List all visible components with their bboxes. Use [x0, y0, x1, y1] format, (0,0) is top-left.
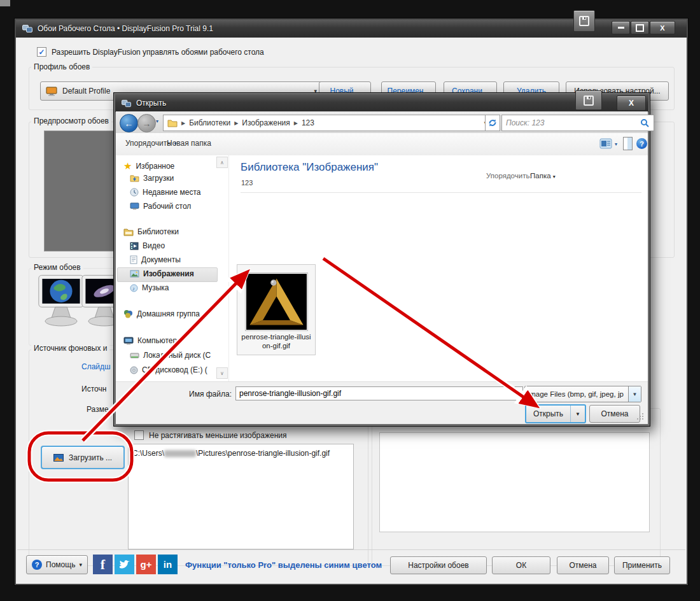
sidebar-item-favorites[interactable]: ★ Избранное: [123, 160, 174, 172]
sidebar-scroll-up[interactable]: ∧: [216, 157, 228, 168]
file-thumbnail: [246, 273, 307, 330]
cd-drive-label: CD-дисковод (E:) (: [142, 365, 207, 374]
mode-group-label: Режим обоев: [31, 263, 83, 272]
documents-label: Документы: [141, 255, 181, 264]
facebook-glyph: f: [101, 556, 105, 573]
views-icon[interactable]: [599, 138, 612, 149]
arrange-dropdown[interactable]: Папка ▾: [530, 172, 556, 180]
disk-icon: [130, 352, 139, 359]
address-bar[interactable]: ▶ Библиотеки ▶ Изображения ▶ 123 ▼: [163, 115, 493, 131]
help-caret-icon: ▾: [79, 562, 82, 568]
maximize-button[interactable]: [631, 21, 649, 34]
open-label: Открыть: [533, 409, 563, 418]
cd-icon: [130, 366, 138, 374]
sidebar-item-documents[interactable]: Документы: [130, 255, 181, 264]
computer-label: Компьютер: [137, 336, 177, 345]
dialog-title: Открыть: [136, 99, 166, 108]
slideshow-link[interactable]: Слайдш: [81, 362, 111, 371]
sidebar-item-libraries[interactable]: Библиотеки: [123, 227, 179, 236]
homegroup-icon: [123, 309, 133, 318]
scroll-down-icon: ∨: [220, 371, 224, 376]
open-file-dialog: Открыть X ← → ▾ ▶ Библиотеки ▶ Изображен…: [113, 92, 650, 427]
dialog-close-button[interactable]: X: [617, 95, 646, 111]
no-stretch-label: Не растягивать меньшие изображения: [149, 431, 286, 440]
search-icon[interactable]: [640, 118, 650, 128]
floppy-icon: [579, 16, 589, 26]
path-after: \Pictures\penrose-triangle-illusion-gif.…: [196, 449, 330, 458]
sidebar-item-music[interactable]: ♪ Музыка: [130, 283, 169, 292]
preview-pane-icon[interactable]: [623, 137, 633, 150]
views-caret-icon[interactable]: ▾: [615, 141, 617, 147]
help-button[interactable]: ? Помощь ▾: [26, 555, 88, 574]
refresh-button[interactable]: [485, 115, 500, 131]
arrange-label: Упорядочить:: [486, 172, 532, 180]
cancel-button[interactable]: Отмена: [557, 556, 609, 574]
sidebar-item-homegroup[interactable]: Домашняя группа: [123, 309, 200, 318]
apply-button[interactable]: Применить: [614, 556, 670, 574]
wallpaper-settings-button[interactable]: Настройки обоев: [390, 556, 487, 574]
minimize-button[interactable]: [612, 21, 630, 34]
filename-label: Имя файла:: [162, 390, 232, 399]
downloads-icon: [130, 174, 139, 182]
minimize-icon: [618, 27, 624, 29]
open-button[interactable]: Открыть: [526, 406, 570, 422]
favorites-label: Избранное: [136, 162, 174, 171]
dialog-help-icon[interactable]: ?: [636, 138, 647, 149]
no-stretch-checkbox[interactable]: [134, 430, 144, 440]
wallpaper-path-list[interactable]: C:\Users\\Pictures\penrose-triangle-illu…: [128, 444, 354, 549]
sidebar-item-cd-drive[interactable]: CD-дисковод (E:) (: [130, 365, 207, 374]
sidebar-item-recent[interactable]: Недавние места: [130, 188, 200, 197]
sidebar-item-desktop[interactable]: Рабочий стол: [130, 202, 191, 211]
library-subheader: 123: [241, 179, 253, 187]
right-empty-list[interactable]: [379, 432, 650, 532]
videos-label: Видео: [143, 241, 165, 250]
forward-icon: →: [143, 118, 151, 129]
dialog-titlebar[interactable]: Открыть: [115, 94, 648, 112]
source-label: Источн: [81, 385, 106, 393]
screenshot-stage: Обои Рабочего Стола • DisplayFusion Pro …: [0, 0, 700, 601]
filetype-caret-button[interactable]: ▼: [628, 386, 641, 402]
load-wallpaper-button[interactable]: Загрузить ...: [41, 446, 124, 469]
ok-button[interactable]: ОК: [492, 556, 550, 574]
music-icon: ♪: [130, 284, 138, 292]
overlay-save-button[interactable]: [573, 10, 595, 32]
breadcrumb-123[interactable]: 123: [302, 118, 314, 127]
resize-grip[interactable]: [636, 413, 644, 420]
close-button[interactable]: X: [650, 21, 675, 34]
sidebar-separator: [228, 155, 229, 381]
facebook-icon[interactable]: f: [93, 555, 113, 574]
enable-label: Разрешить DisplayFusion управлять обоями…: [52, 48, 264, 57]
filetype-dropdown[interactable]: Image Files (bmp, gif, jpeg, jp ▼: [524, 386, 641, 402]
sidebar-item-pictures[interactable]: Изображения: [130, 269, 194, 278]
sidebar-item-computer[interactable]: Компьютер: [123, 336, 177, 345]
history-caret-icon[interactable]: ▾: [156, 118, 158, 124]
breadcrumb-pictures[interactable]: Изображения: [242, 118, 290, 127]
sidebar-item-videos[interactable]: Видео: [130, 241, 165, 250]
open-options-button[interactable]: ▼: [570, 406, 585, 422]
new-folder-button[interactable]: Новая папка: [167, 139, 211, 148]
documents-icon: [130, 255, 137, 264]
libraries-label: Библиотеки: [137, 227, 179, 236]
linkedin-icon[interactable]: in: [158, 555, 178, 574]
file-item-penrose[interactable]: penrose-triangle-illusion-gif.gif: [237, 264, 316, 355]
breadcrumb-libraries[interactable]: Библиотеки: [189, 118, 230, 127]
dialog-cancel-button[interactable]: Отмена: [589, 405, 640, 423]
search-input[interactable]: Поиск: 123: [501, 115, 654, 131]
downloads-label: Загрузки: [143, 174, 174, 183]
penrose-triangle-image: [246, 274, 307, 330]
sidebar-item-local-disk[interactable]: Локальный диск (C: [130, 351, 211, 360]
mode-monitor-earth-icon[interactable]: [38, 273, 85, 330]
sidebar-scroll-down[interactable]: ∨: [216, 367, 228, 379]
enable-checkbox[interactable]: ✓: [37, 47, 46, 57]
search-value: Поиск: 123: [506, 118, 544, 127]
sidebar-item-downloads[interactable]: Загрузки: [130, 174, 174, 183]
filename-input[interactable]: [235, 386, 523, 400]
forward-button[interactable]: →: [137, 114, 156, 132]
no-stretch-row: Не растягивать меньшие изображения: [134, 430, 286, 440]
header-divider: [241, 192, 641, 193]
twitter-icon[interactable]: [115, 555, 134, 574]
footer-divider: [17, 549, 685, 550]
back-button[interactable]: ←: [120, 114, 138, 132]
google-plus-icon[interactable]: g+: [136, 555, 156, 574]
dialog-overlay-save-button[interactable]: [575, 90, 602, 110]
